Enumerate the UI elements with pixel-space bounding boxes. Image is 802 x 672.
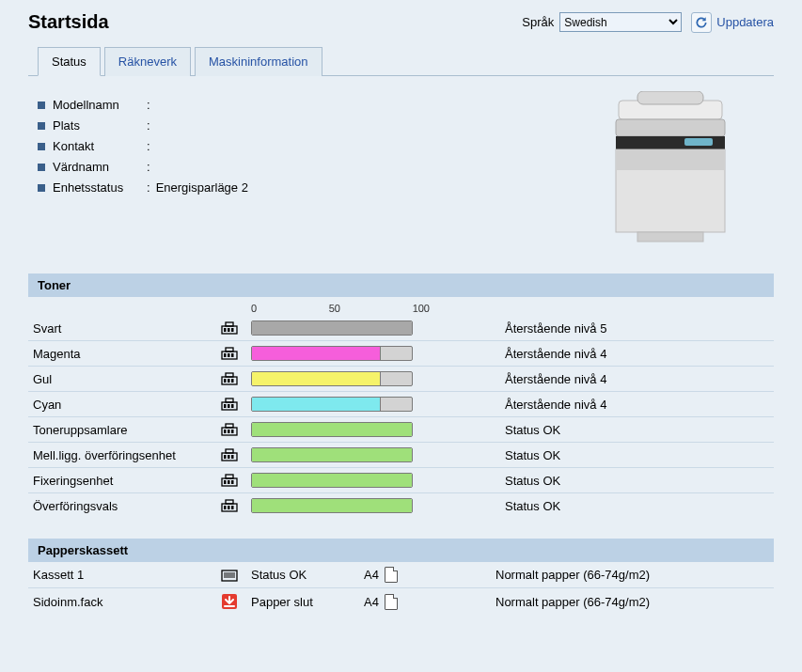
cartridge-icon [221,346,251,361]
bullet-icon [38,102,45,109]
toner-row: FixeringsenhetStatus OK [28,468,774,493]
info-row-contact: Kontakt : [38,139,567,153]
info-row-hostname: Värdnamn : [38,160,567,174]
svg-rect-11 [231,328,234,332]
svg-rect-46 [231,506,234,509]
refresh-button[interactable]: Uppdatera [691,12,774,33]
svg-rect-12 [226,322,233,326]
toner-name: Överföringsvals [28,499,221,513]
toner-name: Toneruppsamlare [28,423,221,437]
tray-type: Normalt papper (66-74g/m2) [439,595,650,609]
info-row-model: Modellnamn : [38,98,567,112]
svg-rect-26 [231,404,234,408]
svg-rect-41 [231,480,234,484]
toner-bar [251,498,448,513]
svg-rect-17 [226,348,233,352]
tab-status[interactable]: Status [38,47,101,76]
toner-row: CyanÅterstående nivå 4 [28,392,774,417]
svg-rect-47 [226,500,233,504]
toner-grid: SvartÅterstående nivå 5MagentaÅterståend… [28,316,774,518]
svg-rect-21 [231,379,234,383]
svg-rect-32 [226,424,233,428]
toner-bar [251,346,448,361]
bullet-icon [38,122,45,130]
cartridge-icon [221,447,251,462]
tray-size: A4 [364,594,439,610]
refresh-label: Uppdatera [716,15,774,29]
svg-rect-4 [684,138,713,146]
tray-state-icon [221,568,251,583]
toner-name: Cyan [28,398,221,412]
svg-rect-44 [224,506,227,509]
toner-name: Mell.ligg. överföringsenhet [28,448,221,462]
tray-name: Sidoinm.fack [28,595,221,609]
page-title: Startsida [28,11,522,33]
toner-bar [251,473,448,488]
tray-row: Kassett 1Status OKA4Normalt papper (66-7… [28,562,774,588]
toner-status: Återstående nivå 5 [448,321,606,336]
svg-rect-1 [637,91,703,104]
printer-illustration [567,91,774,251]
svg-rect-39 [224,480,227,484]
tray-row: Sidoinm.fackPapper slutA4Normalt papper … [28,588,774,615]
svg-rect-29 [224,430,227,433]
toner-status: Status OK [448,499,560,513]
toner-bar [251,397,448,412]
tab-machine[interactable]: Maskininformation [195,47,322,76]
svg-rect-9 [224,328,227,332]
svg-rect-45 [228,506,230,509]
toner-scale: 0 50 100 [251,297,430,316]
svg-rect-22 [226,373,233,377]
bullet-icon [38,164,45,171]
toner-name: Svart [28,321,221,336]
tray-state-icon [221,593,251,610]
svg-rect-36 [231,455,234,459]
svg-rect-25 [228,404,230,408]
bullet-icon [38,143,45,150]
tray-type: Normalt papper (66-74g/m2) [439,568,650,582]
toner-name: Fixeringsenhet [28,474,221,488]
tray-size: A4 [364,567,439,583]
refresh-icon [691,12,712,33]
toner-status: Återstående nivå 4 [448,398,606,412]
info-row-location: Plats : [38,118,567,133]
page-icon [385,567,398,583]
cartridge-icon [221,371,251,386]
svg-rect-15 [228,353,230,357]
cartridge-icon [221,320,251,336]
tray-grid: Kassett 1Status OKA4Normalt papper (66-7… [28,562,774,615]
toner-row: GulÅterstående nivå 4 [28,367,774,392]
tab-counter[interactable]: Räkneverk [104,47,191,76]
toner-row: MagentaÅterstående nivå 4 [28,341,774,367]
toner-status: Återstående nivå 4 [448,372,606,386]
toner-status: Status OK [448,423,560,437]
svg-rect-34 [224,455,227,459]
toner-row: SvartÅterstående nivå 5 [28,316,774,341]
svg-rect-35 [228,455,230,459]
svg-rect-10 [228,328,230,332]
toner-row: Mell.ligg. överföringsenhetStatus OK [28,443,774,468]
toner-name: Magenta [28,347,221,361]
cartridge-icon [221,397,251,412]
toner-bar [251,320,448,336]
svg-rect-6 [616,149,725,170]
svg-rect-27 [226,399,233,402]
svg-rect-19 [224,379,227,383]
page-icon [385,594,398,610]
toner-status: Status OK [448,448,560,462]
svg-rect-2 [616,119,725,136]
toner-row: ÖverföringsvalsStatus OK [28,493,774,518]
language-select[interactable]: Swedish [559,12,682,32]
trays-heading: Papperskassett [28,539,774,562]
svg-rect-7 [637,232,703,242]
tab-bar: Status Räkneverk Maskininformation [28,46,774,76]
cartridge-icon [221,473,251,488]
svg-rect-31 [231,430,234,433]
language-label: Språk [522,15,554,29]
toner-heading: Toner [28,273,774,297]
tray-status: Papper slut [251,595,364,609]
svg-rect-40 [228,480,230,484]
toner-bar [251,371,448,386]
cartridge-icon [221,422,251,437]
toner-status: Status OK [448,474,560,488]
